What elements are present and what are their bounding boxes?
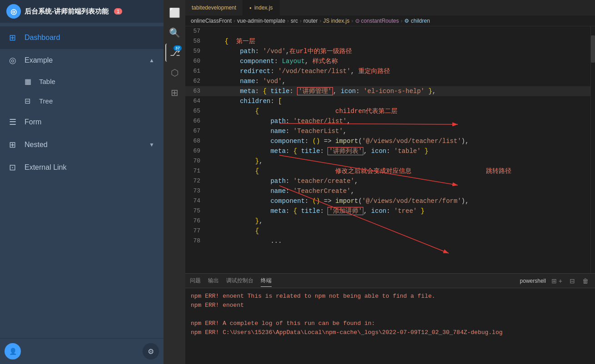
sidebar-item-table[interactable]: ▦ Table (0, 72, 164, 91)
breadcrumb-indexjs[interactable]: JS index.js (323, 18, 349, 24)
sidebar: ◎ 后台系统-讲师前端列表功能 1 ⊞ Dashboard ◎ Example … (0, 0, 164, 364)
terminal-trash-button[interactable]: 🗑 (580, 276, 590, 285)
code-line-57: 57 (185, 26, 590, 36)
terminal-line-2: npm ERR! enoent (191, 301, 590, 310)
sidebar-header: ◎ 后台系统-讲师前端列表功能 1 (0, 0, 164, 23)
terminal-tabs: 问题 输出 调试控制台 终端 powershell ⊞ + ⊟ 🗑 (185, 274, 595, 288)
sidebar-item-label: Form (25, 118, 154, 126)
chevron-up-icon: ▲ (149, 57, 154, 64)
nested-icon: ⊞ (9, 140, 19, 150)
breadcrumb-children[interactable]: ⚙ children (404, 18, 430, 24)
sidebar-item-label: Table (39, 78, 55, 85)
breadcrumb-onlineClassFront[interactable]: onlineClassFront (191, 18, 232, 24)
code-line-67: 67 name: 'TeacherList', (185, 126, 590, 136)
sidebar-item-tree[interactable]: ⊟ Tree (0, 91, 164, 111)
tab-tabitedevelopment[interactable]: tabitedevelopment (185, 0, 243, 16)
code-line-68: 68 component: () => import('@/views/vod/… (185, 136, 590, 146)
tab-label: index.js (254, 5, 273, 11)
form-icon: ☰ (9, 117, 19, 127)
code-line-75: 75 meta: { title: '添加讲师', icon: 'tree' } (185, 206, 590, 216)
code-line-72: 72 path: 'teacher/create', (185, 176, 590, 186)
terminal-line-3 (191, 310, 590, 319)
table-icon: ▦ (25, 77, 34, 86)
terminal-line-1: npm ERR! enoent This is related to npm n… (191, 292, 590, 301)
terminal-content[interactable]: npm ERR! enoent This is related to npm n… (185, 288, 595, 364)
sidebar-item-external-link[interactable]: ⊡ External Link (0, 156, 164, 179)
sidebar-item-label: External Link (25, 163, 154, 172)
terminal-add-button[interactable]: ⊞ + (550, 276, 564, 285)
chevron-down-icon: ▼ (149, 142, 154, 148)
debug-icon[interactable]: ⬡ (165, 64, 183, 82)
code-line-70: 70 }, (185, 156, 590, 166)
minimap-thumb (591, 35, 595, 63)
avatar[interactable]: 👤 (5, 343, 21, 359)
sidebar-item-nested[interactable]: ⊞ Nested ▼ (0, 133, 164, 156)
code-line-66: 66 path: 'teacher/list', (185, 116, 590, 126)
code-line-69: 69 meta: { title: '讲师列表', icon: 'table' … (185, 146, 590, 156)
sidebar-item-dashboard[interactable]: ⊞ Dashboard (0, 26, 164, 49)
code-line-65: 65 { children代表第二层 (185, 106, 590, 116)
sidebar-item-label: Tree (39, 97, 53, 105)
code-line-71: 71 { 修改之后就会变成对应信息 跳转路径 (185, 166, 590, 176)
code-line-63: 63 meta: { title: '讲师管理', icon: 'el-icon… (185, 86, 590, 96)
sidebar-bottom: 👤 ⚙ (0, 338, 164, 364)
external-link-icon: ⊡ (9, 162, 19, 172)
search-icon[interactable]: 🔍 (165, 24, 183, 42)
example-icon: ◎ (9, 55, 19, 65)
terminal-tab-output[interactable]: 输出 (208, 275, 219, 286)
sidebar-item-label: Example (25, 56, 144, 64)
settings-icon[interactable]: ⚙ (143, 343, 159, 359)
breadcrumb-router[interactable]: router (303, 18, 317, 24)
main-editor: tabitedevelopment ● index.js onlineClass… (185, 0, 595, 364)
code-line-78: 78 ... (185, 236, 590, 246)
code-line-64: 64 children: [ (185, 96, 590, 106)
terminal-tab-terminal[interactable]: 终端 (261, 275, 272, 287)
sidebar-item-label: Nested (25, 141, 144, 149)
sidebar-badge: 1 (114, 8, 122, 15)
code-line-62: 62 name: 'vod', (185, 76, 590, 86)
code-line-74: 74 component: () => import('@/views/vod/… (185, 196, 590, 206)
code-line-58: 58 { 第一层 (185, 36, 590, 46)
breadcrumb-constantRoutes[interactable]: ⊙ constantRoutes (355, 18, 399, 24)
tab-indexjs[interactable]: ● index.js (243, 0, 280, 16)
git-icon[interactable]: ⎇ 37 (165, 44, 183, 62)
terminal-split-button[interactable]: ⊟ (568, 276, 577, 285)
terminal-actions: powershell ⊞ + ⊟ 🗑 (520, 276, 590, 285)
terminal-tab-debug[interactable]: 调试控制台 (226, 275, 253, 286)
minimap (590, 26, 595, 273)
breadcrumb-src[interactable]: src (291, 18, 298, 24)
terminal-line-4: npm ERR! A complete log of this run can … (191, 319, 590, 328)
dashboard-icon: ⊞ (9, 33, 19, 43)
sidebar-title: 后台系统-讲师前端列表功能 (25, 7, 109, 16)
code-line-77: 77 { (185, 226, 590, 236)
sidebar-nav: ⊞ Dashboard ◎ Example ▲ ▦ Table ⊟ Tree ☰… (0, 23, 164, 338)
terminal-tab-problems[interactable]: 问题 (190, 275, 201, 286)
code-line-61: 61 redirect: '/vod/teacher/list', 重定向路径 (185, 66, 590, 76)
tab-bar: tabitedevelopment ● index.js (185, 0, 595, 16)
breadcrumb-vue-admin-template[interactable]: vue-admin-template (237, 18, 285, 24)
extensions-icon[interactable]: ⊞ (165, 84, 183, 102)
code-line-73: 73 name: 'TeacherCreate', (185, 186, 590, 196)
code-line-60: 60 component: Layout, 样式名称 (185, 56, 590, 66)
terminal-shell-label: powershell (520, 278, 546, 284)
tab-label: tabitedevelopment (192, 5, 236, 11)
code-line-76: 76 }, (185, 216, 590, 226)
breadcrumb: onlineClassFront › vue-admin-template › … (185, 16, 595, 26)
activity-bar: ⬜ 🔍 ⎇ 37 ⬡ ⊞ (164, 0, 185, 364)
tree-icon: ⊟ (25, 97, 34, 105)
sidebar-item-label: Dashboard (25, 34, 154, 42)
sidebar-logo: ◎ (6, 4, 21, 19)
tab-dot: ● (249, 6, 252, 10)
terminal: 问题 输出 调试控制台 终端 powershell ⊞ + ⊟ 🗑 npm ER… (185, 273, 595, 364)
terminal-line-5: npm ERR! C:\Users\15236\AppData\Local\np… (191, 328, 590, 337)
code-wrapper: 57 58 { 第一层 59 path: '/vod',在url中的第一级路径 … (185, 26, 595, 273)
sidebar-item-example[interactable]: ◎ Example ▲ (0, 49, 164, 72)
code-editor[interactable]: 57 58 { 第一层 59 path: '/vod',在url中的第一级路径 … (185, 26, 590, 273)
code-line-59: 59 path: '/vod',在url中的第一级路径 (185, 46, 590, 56)
files-icon[interactable]: ⬜ (165, 4, 183, 22)
sidebar-item-form[interactable]: ☰ Form (0, 111, 164, 133)
git-badge: 37 (174, 45, 182, 51)
